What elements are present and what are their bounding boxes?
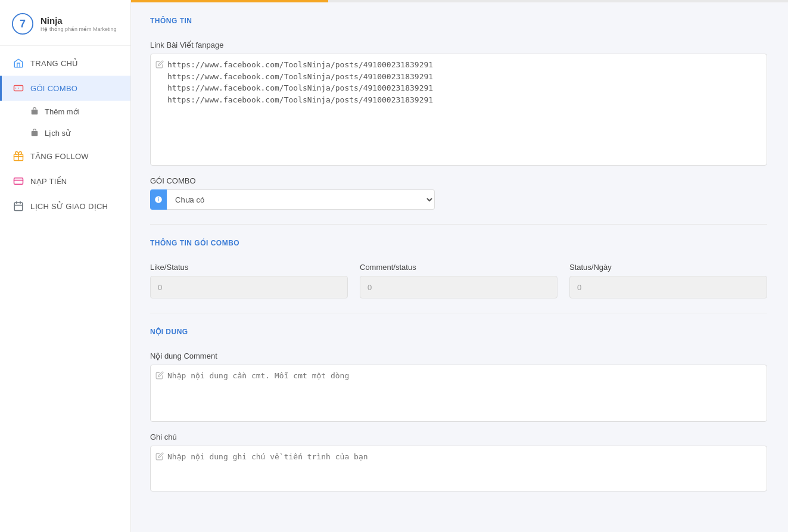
section-thong-tin-goi: THÔNG TIN GÓI COMBO xyxy=(150,239,767,252)
logo-area: 7 Ninja Hệ thống phần mềm Marketing xyxy=(0,0,130,46)
svg-rect-4 xyxy=(32,131,38,136)
noi-dung-comment-label: Nội dung Comment xyxy=(150,351,767,360)
main-content: THÔNG TIN Link Bài Viết fanpage https://… xyxy=(131,0,788,532)
logo-title: Ninja xyxy=(41,15,117,26)
like-status-input xyxy=(150,276,348,298)
section-noi-dung: NỘI DUNG xyxy=(150,328,767,341)
sidebar-item-nap-tien[interactable]: NẠP TIỀN xyxy=(0,169,130,194)
history-icon xyxy=(29,127,40,138)
sidebar-item-trang-chu[interactable]: TRANG CHỦ xyxy=(0,51,130,76)
sidebar-label-nap-tien: NẠP TIỀN xyxy=(30,177,67,186)
divider-1 xyxy=(150,224,767,225)
calendar-icon xyxy=(13,200,24,212)
svg-rect-6 xyxy=(14,178,23,185)
sidebar-label-tang-follow: TĂNG FOLLOW xyxy=(30,152,89,161)
comment-status-input xyxy=(360,276,557,298)
info-icon: i xyxy=(150,189,167,210)
sidebar-label-goi-combo: GÓI COMBO xyxy=(30,84,77,93)
gift-icon xyxy=(13,150,24,162)
svg-rect-3 xyxy=(32,110,38,114)
sidebar-item-lich-su-gd[interactable]: LỊCH SỬ GIAO DỊCH xyxy=(0,194,130,219)
credit-card-icon xyxy=(13,175,24,187)
edit-icon-links xyxy=(155,60,164,70)
ghi-chu-wrap xyxy=(150,446,767,491)
link-label: Link Bài Viết fanpage xyxy=(150,41,767,49)
status-ngay-input xyxy=(569,276,767,298)
home-icon xyxy=(13,57,24,69)
sidebar-sub-them-moi[interactable]: Thêm mới xyxy=(0,101,130,122)
sidebar: 7 Ninja Hệ thống phần mềm Marketing TRAN… xyxy=(0,0,131,532)
divider-2 xyxy=(150,313,767,313)
logo-icon: 7 xyxy=(10,11,36,37)
goi-combo-label: GÓI COMBO xyxy=(150,176,767,185)
svg-text:7: 7 xyxy=(20,18,26,30)
sidebar-item-goi-combo[interactable]: GÓI COMBO xyxy=(0,76,130,101)
main-nav: TRANG CHỦ GÓI COMBO Thêm mới xyxy=(0,46,130,532)
edit-icon-noi-dung xyxy=(155,371,164,381)
like-status-label: Like/Status xyxy=(150,263,348,272)
sidebar-item-tang-follow[interactable]: TĂNG FOLLOW xyxy=(0,144,130,169)
sidebar-label-lich-su-gd: LỊCH SỬ GIAO DỊCH xyxy=(30,202,108,211)
status-ngay-label: Status/Ngày xyxy=(569,263,767,272)
sidebar-sub-lich-su[interactable]: Lịch sử xyxy=(0,122,130,144)
field-comment-status: Comment/status xyxy=(360,263,557,298)
svg-text:i: i xyxy=(158,197,159,203)
tag-icon xyxy=(13,82,24,94)
combo-select[interactable]: Chưa có xyxy=(167,189,435,210)
content-area: THÔNG TIN Link Bài Viết fanpage https://… xyxy=(131,2,786,517)
edit-icon-ghi-chu xyxy=(155,452,164,462)
field-like-status: Like/Status xyxy=(150,263,348,298)
logo-subtitle: Hệ thống phần mềm Marketing xyxy=(41,26,117,32)
combo-select-row: i Chưa có xyxy=(150,189,767,210)
sub-label-them-moi: Thêm mới xyxy=(45,107,80,116)
noi-dung-textarea[interactable] xyxy=(167,370,762,416)
ghi-chu-textarea[interactable] xyxy=(167,451,762,486)
comment-status-label: Comment/status xyxy=(360,263,557,272)
sub-label-lich-su: Lịch sử xyxy=(45,129,70,138)
noi-dung-wrap xyxy=(150,365,767,422)
sidebar-label-trang-chu: TRANG CHỦ xyxy=(30,59,79,68)
link-textarea-wrap: https://www.facebook.com/ToolsNinja/post… xyxy=(150,54,767,166)
bag-icon xyxy=(29,106,40,117)
section-thong-tin: THÔNG TIN xyxy=(150,17,767,30)
ghi-chu-label: Ghi chú xyxy=(150,433,767,441)
field-status-ngay: Status/Ngày xyxy=(569,263,767,298)
link-textarea[interactable]: https://www.facebook.com/ToolsNinja/post… xyxy=(167,59,762,160)
sub-nav: Thêm mới Lịch sử xyxy=(0,101,130,144)
svg-rect-8 xyxy=(14,203,23,211)
